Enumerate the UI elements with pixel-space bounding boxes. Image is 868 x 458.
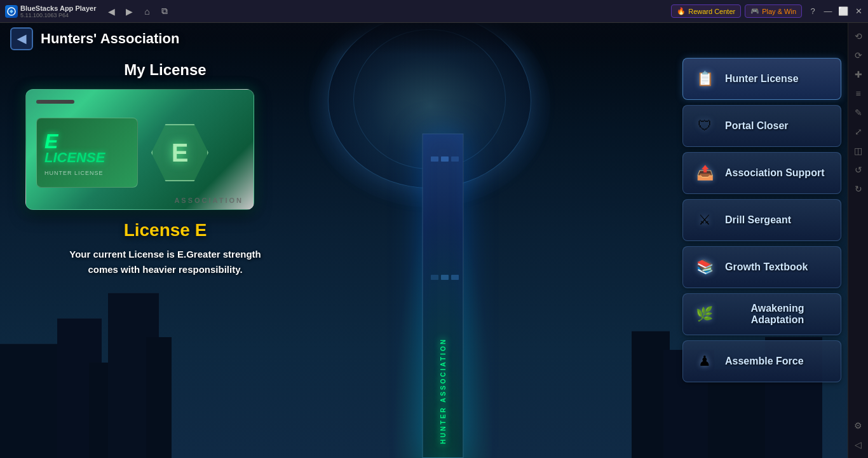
sidebar-btn-6[interactable]: ⤢ [850,123,867,140]
game-topbar: ◀ Hunters' Association [0,23,848,55]
assemble-force-label: Assemble Force [725,356,804,367]
hex-shape: E [151,124,208,181]
app-name: BlueStacks App Player 5.11.100.1063 P64 [20,4,96,18]
drill-sergeant-icon: ⚔ [693,209,716,232]
growth-textbook-label: Growth Textbook [725,261,808,273]
copy-nav-button[interactable]: ⧉ [156,3,173,20]
association-label: ASSOCIATION [174,197,243,204]
portal-closer-icon: 🛡 [693,114,716,137]
hunter-license-icon: 📋 [693,67,716,90]
association-support-button[interactable]: 📤 Association Support [682,152,841,194]
restore-button[interactable]: ⬜ [836,4,850,18]
page-title: Hunters' Association [41,31,179,47]
sidebar-btn-2[interactable]: ⟳ [850,47,867,64]
hunter-license-button[interactable]: 📋 Hunter License [682,58,841,100]
association-support-label: Association Support [725,167,824,179]
assemble-force-button[interactable]: ♟ Assemble Force [682,340,841,382]
license-section-title: My License [25,61,305,79]
assemble-force-icon: ♟ [693,350,716,373]
association-support-icon: 📤 [693,162,716,184]
awakening-adaptation-icon: 🌿 [693,303,715,326]
hunter-license-label: HUNTER LICENSE [44,170,104,176]
reward-label: Reward Center [688,8,735,15]
forward-nav-button[interactable]: ▶ [120,3,138,20]
growth-textbook-icon: 📚 [693,256,716,279]
back-button[interactable]: ◀ [10,27,33,50]
game-area: HUNTER ASSOCIATION ◀ Hunters' Associatio… [0,23,848,458]
awakening-adaptation-label: Awakening Adaptation [724,303,831,326]
right-sidebar: ⟲ ⟳ ✚ ≡ ✎ ⤢ ◫ ↺ ↻ ⚙ ◁ [848,23,868,458]
growth-textbook-button[interactable]: 📚 Growth Textbook [682,246,841,288]
portal-closer-button[interactable]: 🛡 Portal Closer [682,105,841,147]
left-panel: My License E LICENSE HUNTER LICENSE E AS… [25,61,305,277]
title-bar: BlueStacks App Player 5.11.100.1063 P64 … [0,0,868,23]
e-license-text-panel: E LICENSE HUNTER LICENSE [36,118,138,188]
sidebar-btn-3[interactable]: ✚ [850,66,867,83]
drill-sergeant-button[interactable]: ⚔ Drill Sergeant [682,199,841,241]
close-button[interactable]: ✕ [851,4,865,18]
reward-fire-icon: 🔥 [677,7,686,15]
sidebar-btn-8[interactable]: ↺ [850,162,867,178]
sidebar-back-btn[interactable]: ◁ [850,436,867,453]
main-tower: HUNTER ASSOCIATION [414,127,471,458]
play-win-label: Play & Win [762,8,796,15]
hunter-license-label: Hunter License [725,73,799,85]
app-icon [5,5,18,18]
home-nav-button[interactable]: ⌂ [138,3,156,20]
drill-sergeant-label: Drill Sergeant [725,214,791,226]
minimize-button[interactable]: — [821,4,835,18]
portal-closer-label: Portal Closer [725,120,789,132]
license-card-bar [36,100,74,104]
play-win-button[interactable]: 🎮 Play & Win [745,4,802,18]
license-card: E LICENSE HUNTER LICENSE E ASSOCIATION [25,89,254,210]
license-hexagon: E [148,118,212,188]
sidebar-btn-7[interactable]: ◫ [850,142,867,159]
license-word: LICENSE [44,149,105,166]
help-button[interactable]: ? [806,4,820,18]
license-grade: License E [25,220,305,240]
back-arrow-icon: ◀ [17,32,26,46]
sidebar-btn-4[interactable]: ≡ [850,85,867,102]
sidebar-btn-5[interactable]: ✎ [850,104,867,121]
reward-center-button[interactable]: 🔥 Reward Center [671,4,741,18]
license-description: Your current License is E.Greater streng… [25,247,305,277]
awakening-adaptation-button[interactable]: 🌿 Awakening Adaptation [682,293,841,335]
sidebar-btn-9[interactable]: ↻ [850,181,867,197]
sidebar-settings-btn[interactable]: ⚙ [850,417,867,434]
play-icon: 🎮 [750,7,759,15]
back-nav-button[interactable]: ◀ [102,3,120,20]
sidebar-btn-1[interactable]: ⟲ [850,28,867,45]
right-menu-panel: 📋 Hunter License 🛡 Portal Closer 📤 Assoc… [682,58,841,382]
